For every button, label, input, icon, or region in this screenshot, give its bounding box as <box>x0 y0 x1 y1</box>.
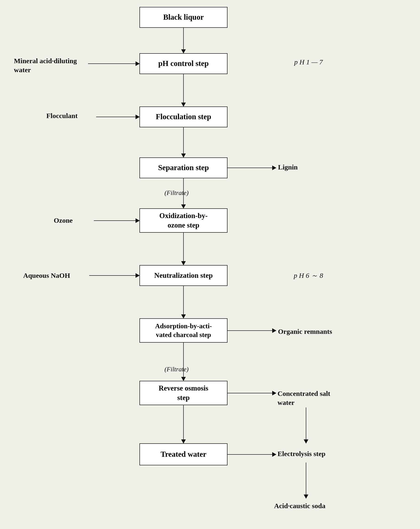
label-ph-1-7: p H 1 — 7 <box>294 57 323 66</box>
arrow-ads-to-organic <box>228 330 276 331</box>
arrow-neu-to-ads <box>183 286 184 318</box>
arrow-naoh-to-neu <box>89 275 139 276</box>
box-adsorption: Adsorption-by-acti-vated charcoal step <box>139 318 228 343</box>
label-filtrate-1: (Filtrate) <box>164 189 189 197</box>
label-flocculant: Flocculant <box>46 111 78 120</box>
label-acid-caustic-soda: Acid·caustic soda <box>274 501 325 510</box>
arrow-ads-to-rev <box>183 343 184 381</box>
label-filtrate-2: (Filtrate) <box>164 365 189 373</box>
arrow-flocculant-to-fl <box>96 117 139 117</box>
label-organic-remnants: Organic remnants <box>278 327 332 336</box>
box-separation: Separation step <box>139 158 228 178</box>
diagram-container: Black liquor pH control step Flocculatio… <box>0 0 420 529</box>
box-neutralization: Neutralization step <box>139 265 228 286</box>
arrow-ozone-to-ox <box>94 220 139 221</box>
box-ph-control: pH control step <box>139 53 228 74</box>
arrow-rev-to-tw <box>183 405 184 443</box>
label-lignin: Lignin <box>278 162 298 172</box>
label-ozone: Ozone <box>54 216 73 225</box>
box-black-liquor: Black liquor <box>139 7 228 28</box>
label-ph-6-8: p H 6 ～ 8 <box>294 271 323 280</box>
arrow-bl-to-ph <box>183 28 184 53</box>
box-oxidization: Oxidization-by-ozone step <box>139 208 228 233</box>
arrow-ox-to-neu <box>183 233 184 265</box>
arrow-sep-to-lignin <box>228 168 276 168</box>
label-concentrated-salt-water: Concentrated saltwater <box>278 389 330 407</box>
arrow-fl-to-sep <box>183 127 184 158</box>
arrow-csw-to-elec <box>306 408 306 443</box>
box-reverse-osmosis: Reverse osmosisstep <box>139 381 228 405</box>
arrow-rev-to-csw <box>228 393 276 393</box>
label-naoh: Aqueous NaOH <box>23 271 70 280</box>
arrow-elec-to-acid <box>306 463 306 498</box>
label-electrolysis: Electrolysis step <box>278 449 325 458</box>
box-flocculation: Flocculation step <box>139 106 228 127</box>
arrow-ph-to-fl <box>183 74 184 106</box>
box-treated-water: Treated water <box>139 443 228 465</box>
arrow-mineral-to-ph <box>88 64 139 64</box>
arrow-tw-to-elec <box>228 454 276 455</box>
label-mineral-acid: Mineral acid·dilutingwater <box>14 56 77 74</box>
